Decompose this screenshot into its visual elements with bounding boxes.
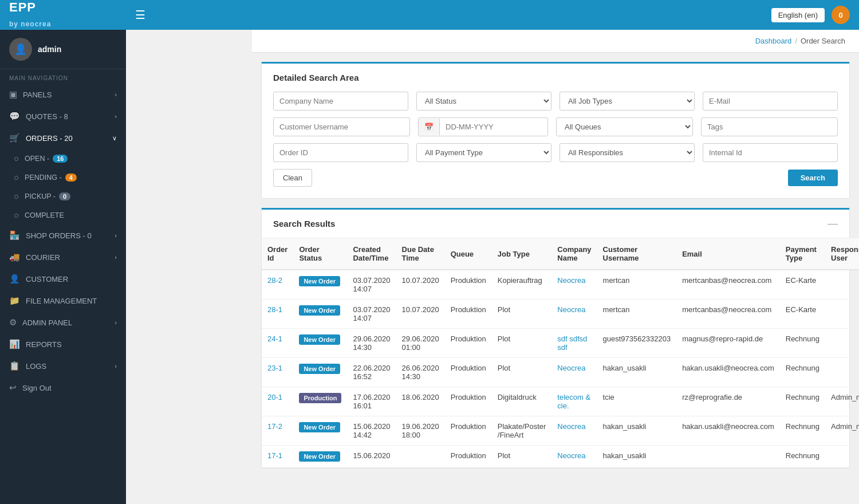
order-id-link[interactable]: 28-1 — [267, 305, 282, 314]
tags-input[interactable] — [701, 117, 838, 136]
responsibles-dropdown[interactable]: All Responsibles Admin_motio — [559, 143, 695, 162]
company-link[interactable]: Neocrea — [557, 422, 585, 431]
sidebar-item-panels[interactable]: ▣ PANELS › — [0, 84, 126, 105]
sidebar-item-signout[interactable]: ↩ Sign Out — [0, 377, 126, 399]
sidebar-item-quotes[interactable]: 💬 QUOTES - 8 › — [0, 105, 126, 127]
cell-responsible — [825, 446, 859, 468]
cell-username: tcie — [597, 387, 677, 416]
cell-order-id: 20-1 — [262, 387, 293, 416]
hamburger-icon[interactable]: ☰ — [135, 8, 145, 22]
breadcrumb-home[interactable]: Dashboard — [755, 37, 792, 45]
cell-status: New Order — [293, 270, 347, 300]
search-title: Detailed Search Area — [273, 73, 838, 82]
collapse-button[interactable]: — — [828, 218, 838, 230]
sidebar-item-customer[interactable]: 👤 CUSTOMER — [0, 268, 126, 290]
shop-icon: 🏪 — [9, 230, 20, 241]
company-name-input[interactable] — [273, 92, 408, 111]
status-badge: New Order — [299, 305, 340, 316]
chevron-down-icon: ∨ — [112, 135, 117, 142]
clean-button[interactable]: Clean — [273, 169, 312, 187]
order-id-link[interactable]: 24-1 — [267, 334, 282, 343]
company-link[interactable]: telecom & cie. — [557, 393, 590, 410]
admin-icon: ⚙ — [9, 317, 17, 328]
cell-email — [676, 446, 780, 468]
cell-queue: Produktion — [445, 387, 492, 416]
cell-order-id: 28-2 — [262, 270, 293, 300]
topbar: ☰ English (en) 0 — [126, 0, 859, 30]
table-row: 28-1 New Order 03.07.2020 14:07 10.07.20… — [262, 300, 859, 329]
status-badge: New Order — [299, 422, 340, 432]
cell-email: hakan.usakli@neocrea.com — [676, 358, 780, 387]
sidebar-item-orders[interactable]: 🛒 ORDERS - 20 ∨ — [0, 127, 126, 149]
cell-company: Neocrea — [551, 446, 597, 468]
sidebar-item-shop-orders[interactable]: 🏪 SHOP ORDERS - 0 › — [0, 225, 126, 246]
sidebar-item-courier[interactable]: 🚚 COURIER › — [0, 246, 126, 268]
sidebar-customer-label: CUSTOMER — [26, 275, 68, 284]
job-types-dropdown[interactable]: All Job Types Plot Kopierauftrag Digital… — [559, 92, 695, 111]
sidebar-item-admin-panel[interactable]: ⚙ ADMIN PANEL › — [0, 312, 126, 333]
company-link[interactable]: Neocrea — [557, 305, 585, 314]
sidebar-item-complete[interactable]: ○ COMPLETE — [8, 206, 126, 225]
order-id-link[interactable]: 23-1 — [267, 364, 282, 372]
company-link[interactable]: sdf sdfsd sdf — [557, 334, 587, 352]
company-link[interactable]: Neocrea — [557, 364, 585, 372]
email-input[interactable] — [703, 92, 838, 111]
order-id-link[interactable]: 17-2 — [267, 422, 282, 431]
avatar: 👤 — [9, 38, 32, 61]
sidebar-item-reports[interactable]: 📊 REPORTS — [0, 333, 126, 355]
sidebar-section-label: MAIN NAVIGATION — [0, 69, 126, 84]
queues-dropdown[interactable]: All Queues Produktion — [556, 117, 693, 136]
language-button[interactable]: English (en) — [771, 8, 825, 22]
order-id-link[interactable]: 28-2 — [267, 276, 282, 285]
cell-email: mertcanbas@neocrea.com — [676, 270, 780, 300]
cell-username: mertcan — [597, 300, 677, 329]
cell-due-date: 29.06.2020 01:00 — [396, 329, 445, 358]
sidebar-item-logs[interactable]: 📋 LOGS › — [0, 355, 126, 377]
sidebar-item-open[interactable]: ○ OPEN - 16 — [8, 149, 126, 168]
col-job-type: Job Type — [492, 238, 552, 270]
sidebar-reports-label: REPORTS — [26, 340, 62, 349]
col-company: CompanyName — [551, 238, 597, 270]
customer-username-input[interactable] — [273, 117, 410, 136]
orders-icon: 🛒 — [9, 133, 20, 143]
cell-status: New Order — [293, 300, 347, 329]
company-link[interactable]: Neocrea — [557, 276, 585, 285]
cell-company: Neocrea — [551, 300, 597, 329]
cell-responsible — [825, 329, 859, 358]
main-content: Dashboard / Order Search Detailed Search… — [252, 30, 859, 504]
search-area: Detailed Search Area All Status New Orde… — [261, 62, 850, 199]
payment-type-dropdown[interactable]: All Payment Type EC-Karte Rechnung — [416, 143, 551, 162]
table-row: 28-2 New Order 03.07.2020 14:07 10.07.20… — [262, 270, 859, 300]
status-badge: New Order — [299, 276, 340, 286]
panels-icon: ▣ — [9, 89, 17, 100]
sidebar-item-pickup[interactable]: ○ PICKUP - 0 — [8, 187, 126, 206]
signout-icon: ↩ — [9, 383, 17, 393]
logo-text: EPPby neocrea — [9, 0, 51, 30]
cell-status: Production — [293, 387, 347, 416]
search-button[interactable]: Search — [788, 170, 838, 186]
order-id-input[interactable] — [273, 143, 408, 162]
cell-responsible — [825, 358, 859, 387]
cell-order-id: 24-1 — [262, 329, 293, 358]
chevron-right-icon-6: › — [115, 363, 117, 369]
internal-id-input[interactable] — [703, 143, 838, 162]
order-id-link[interactable]: 17-1 — [267, 451, 282, 460]
logo-sub: by neocrea — [9, 20, 51, 28]
sidebar-shop-label: SHOP ORDERS - 0 — [26, 231, 92, 240]
sidebar-panels-label: PANELS — [23, 90, 52, 99]
sidebar-user: 👤 admin — [0, 30, 126, 69]
chevron-right-icon: › — [115, 91, 117, 98]
sidebar-item-file-mgmt[interactable]: 📁 FILE MANAGEMENT — [0, 290, 126, 312]
status-dropdown[interactable]: All Status New Order Production Pending … — [416, 92, 551, 111]
order-id-link[interactable]: 20-1 — [267, 393, 282, 401]
col-payment: PaymentType — [780, 238, 825, 270]
col-responsible: ResponsibleUser — [825, 238, 859, 270]
company-link[interactable]: Neocrea — [557, 451, 585, 460]
notification-button[interactable]: 0 — [832, 6, 850, 24]
cell-order-id: 23-1 — [262, 358, 293, 387]
sidebar-item-pending[interactable]: ○ PENDING - 4 — [8, 168, 126, 187]
date-input[interactable] — [440, 119, 547, 135]
cell-due-date: 26.06.2020 14:30 — [396, 358, 445, 387]
pending-badge: 4 — [65, 174, 77, 182]
cell-username: guest973562332203 — [597, 329, 677, 358]
